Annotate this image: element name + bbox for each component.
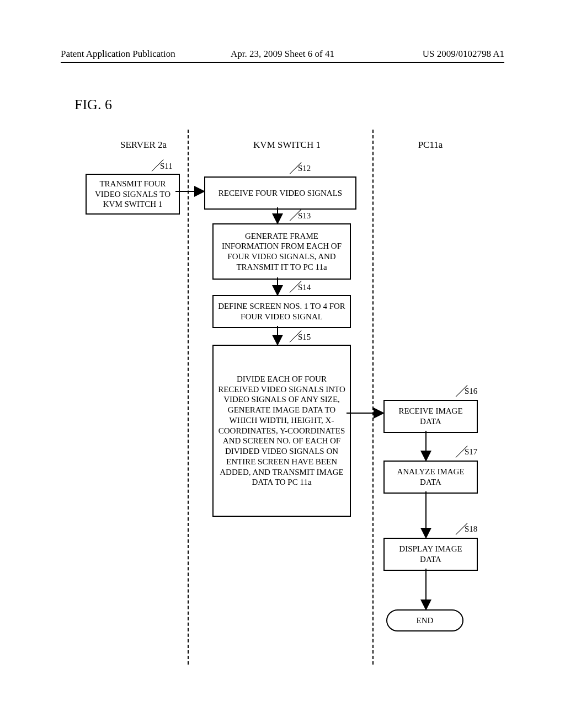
step-label-s15: S15 [298, 333, 311, 342]
step-label-s11: S11 [160, 162, 173, 171]
lane-divider [188, 130, 189, 665]
step-label-s12: S12 [298, 164, 311, 173]
header-right: US 2009/0102798 A1 [423, 49, 504, 60]
step-s15: DIVIDE EACH OF FOUR RECEIVED VIDEO SIGNA… [212, 345, 351, 517]
header-left: Patent Application Publication [61, 49, 175, 60]
step-s14: DEFINE SCREEN NOS. 1 TO 4 FOR FOUR VIDEO… [212, 295, 351, 328]
step-label-s18: S18 [465, 524, 477, 534]
terminator-label: END [417, 616, 434, 625]
step-s12: RECEIVE FOUR VIDEO SIGNALS [204, 176, 356, 210]
flowchart: SERVER 2a KVM SWITCH 1 PC11a TRANSMIT FO… [66, 130, 508, 681]
step-s13: GENERATE FRAME INFORMATION FROM EACH OF … [212, 223, 351, 280]
swimlane-server: SERVER 2a [105, 140, 182, 151]
page: Patent Application Publication Apr. 23, … [0, 0, 565, 728]
step-label-s17: S17 [465, 447, 477, 457]
step-s17: ANALYZE IMAGE DATA [383, 461, 478, 494]
step-label-s14: S14 [298, 283, 311, 292]
lane-divider [372, 130, 374, 665]
step-label-s13: S13 [298, 211, 311, 221]
page-header: Patent Application Publication Apr. 23, … [61, 43, 504, 63]
terminator-end: END [386, 609, 463, 631]
step-s16: RECEIVE IMAGE DATA [383, 400, 478, 433]
step-label-s16: S16 [465, 387, 477, 396]
step-s18: DISPLAY IMAGE DATA [383, 538, 478, 571]
figure-label: FIG. 6 [74, 97, 112, 113]
swimlane-kvm-switch: KVM SWITCH 1 [226, 140, 348, 151]
step-s11: TRANSMIT FOUR VIDEO SIGNALS TO KVM SWITC… [86, 174, 180, 215]
swimlane-pc: PC11a [392, 140, 469, 151]
